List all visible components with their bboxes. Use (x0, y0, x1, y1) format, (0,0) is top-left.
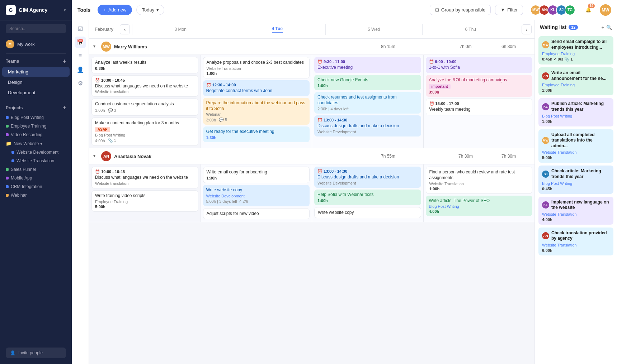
task-card[interactable]: Prepare the information about the webina… (203, 98, 310, 125)
task-title: Write article: The Power of SEO (429, 198, 529, 204)
wl-task-title: Check article: Marketing trends this yea… (551, 168, 610, 179)
task-card[interactable]: ⏰ 12:30 - 14:00 Negotiate contract terms… (203, 80, 310, 96)
day-name-thu: 6 Thu (465, 27, 476, 32)
task-card[interactable]: Write website copy Website Development 5… (203, 185, 310, 206)
sidebar-logo[interactable]: G GIM Agency ▾ (0, 0, 72, 20)
prev-week-button[interactable]: ‹ (120, 24, 130, 34)
sidebar-project-websitedev[interactable]: Website Development (0, 148, 72, 157)
day-col-mon: 3 Mon (132, 24, 229, 35)
search-waiting-icon[interactable]: 🔍 (606, 25, 612, 30)
task-title: Analyze proposals and choose 2-3 best ca… (207, 60, 306, 66)
person-icon[interactable]: 👤 (75, 64, 86, 75)
day-col-anastasia-tue: Write email copy for onboarding 1:30h Wr… (201, 164, 312, 222)
task-card[interactable]: Make a content marketing plan for 3 mont… (91, 118, 198, 146)
wl-card[interactable]: KL Publish article: Marketing trends thi… (538, 98, 613, 126)
wl-avatar: AN (542, 72, 549, 80)
calendar-icon[interactable]: 📅 (75, 37, 86, 48)
sidebar-item-development[interactable]: Development (2, 88, 70, 97)
sidebar: G GIM Agency ▾ M My work Teams + Marketi… (0, 0, 72, 364)
sidebar-project-webinar[interactable]: Webinar (0, 191, 72, 200)
task-card[interactable]: Write email copy for onboarding 1:30h (203, 167, 310, 183)
gear-icon[interactable]: ⚙ (75, 77, 86, 89)
search-input[interactable] (6, 24, 66, 33)
sidebar-item-label: Development (8, 90, 36, 95)
task-card[interactable]: Write article: The Power of SEO Blog Pos… (426, 196, 533, 216)
person-toggle-marry[interactable]: ▾ (93, 44, 99, 49)
day-name-tue: 4 Tue (272, 26, 283, 33)
task-title: Weekly team meeting (429, 107, 529, 112)
task-card[interactable]: Find a person who could review and rate … (426, 167, 533, 193)
invite-people-button[interactable]: 👤 Invite people (6, 348, 66, 358)
check-icon[interactable]: ☑ (75, 23, 86, 34)
task-card[interactable]: Help Sofia with Webinar texts 1:00h (314, 190, 421, 205)
task-card[interactable]: Conduct customer segmentation analysis 3… (91, 99, 198, 116)
task-card[interactable]: Analyze last week's results 0:30h (91, 57, 198, 73)
today-chevron: ▾ (156, 7, 159, 13)
wl-card[interactable]: KL Implement new language on the website… (538, 197, 613, 225)
task-card[interactable]: Check new Google Events 1:00h (314, 75, 421, 91)
sidebar-project-websitetranslation[interactable]: Website Translation (0, 157, 72, 165)
task-card[interactable]: ⏰ 13:00 - 14:30 Discuss design drafts an… (314, 167, 421, 188)
sidebar-project-newwebsite[interactable]: 📁 New Website ▾ (0, 139, 72, 148)
task-card[interactable]: ⏰ 9:00 - 10:00 1-to-1 with Sofia (426, 57, 533, 73)
notifications-button[interactable]: 🔔 14 (583, 4, 594, 16)
task-card[interactable]: ⏰ 10:00 - 10:45 Discuss what languages w… (91, 167, 198, 188)
sidebar-project-crm[interactable]: CRM Integration (0, 182, 72, 191)
task-card[interactable]: Adjust scripts for new video (203, 208, 310, 220)
user-avatar-button[interactable]: MW (600, 4, 611, 16)
task-card[interactable]: ⏰ 13:00 - 14:30 Discuss design drafts an… (314, 115, 421, 136)
sidebar-item-marketing[interactable]: Marketing (2, 67, 70, 77)
filter-button[interactable]: ▼ Filter (495, 5, 523, 15)
today-button[interactable]: Today ▾ (136, 5, 164, 15)
project-name: Blog Post Writing (11, 115, 44, 120)
projects-add-icon[interactable]: + (63, 105, 66, 111)
task-duration: 0:30h (95, 66, 195, 71)
next-week-button[interactable]: › (522, 24, 532, 34)
avatar-5[interactable]: TG (565, 5, 575, 15)
task-title: Write training video scripts (95, 193, 195, 199)
wl-card[interactable]: AN Write an email announcement for the n… (538, 67, 613, 95)
sidebar-project-blogpost[interactable]: Blog Post Writing (0, 113, 72, 122)
task-card[interactable]: Write training video scripts Employee Tr… (91, 190, 198, 212)
task-time: ⏰ 16:00 - 17:00 (429, 101, 529, 106)
sidebar-item-design[interactable]: Design (2, 77, 70, 87)
list-icon[interactable]: ≡ (75, 50, 86, 62)
sidebar-project-videorecording[interactable]: Video Recording (0, 130, 72, 139)
task-card[interactable]: Check resumes and test assigments from c… (314, 92, 421, 114)
teams-header[interactable]: Teams + (6, 58, 66, 64)
task-duration: 1:00h (429, 187, 529, 191)
person-toggle-anastasia[interactable]: ▾ (93, 153, 99, 159)
add-icon: + (103, 7, 106, 13)
task-card[interactable]: Analyze proposals and choose 2-3 best ca… (203, 57, 310, 78)
add-waiting-icon[interactable]: + (601, 25, 604, 30)
task-title: Analyze last week's results (95, 60, 195, 66)
task-time: ⏰ 13:00 - 14:30 (317, 169, 418, 174)
group-by-button[interactable]: ⊞ Group by responsible (430, 5, 491, 15)
task-card[interactable]: ⏰ 10:00 - 10:45 Discuss what languages w… (91, 75, 198, 97)
task-card[interactable]: ⏰ 9:30 - 11:00 Executive meeting (314, 57, 421, 73)
wl-card[interactable]: AN Check translation provided by agency … (538, 227, 613, 255)
sidebar-project-employeetraining[interactable]: Employee Training (0, 122, 72, 130)
task-card[interactable]: Get ready for the executive meeting 1:30… (203, 126, 310, 142)
project-dot (6, 116, 9, 119)
waiting-list-count: 12 (569, 25, 578, 30)
wl-card[interactable]: MW Send email campaign to all employees … (538, 36, 613, 64)
task-card[interactable]: ⏰ 16:00 - 17:00 Weekly team meeting (426, 99, 533, 115)
company-name: GIM Agency (19, 7, 47, 13)
task-card[interactable]: Analyze the ROI of marketing campaigns i… (426, 75, 533, 97)
wl-card[interactable]: MW Upload all completed translations int… (538, 129, 613, 163)
waiting-list-title: Waiting list (540, 24, 566, 30)
task-card[interactable]: Write website copy (314, 207, 421, 219)
sidebar-project-mobileapp[interactable]: Mobile App (0, 174, 72, 182)
projects-label: Projects (6, 105, 23, 110)
project-name: New Website ▾ (14, 141, 42, 146)
teams-add-icon[interactable]: + (63, 58, 66, 64)
my-work-item[interactable]: M My work (0, 37, 72, 51)
projects-header[interactable]: Projects + (6, 105, 66, 111)
wl-avatar: KL (542, 103, 549, 110)
wl-card[interactable]: SJ Check article: Marketing trends this … (538, 166, 613, 193)
calendar-main: February ‹ 3 Mon 4 Tue 5 Wed 6 Thu (89, 20, 534, 364)
sidebar-project-salesfunnel[interactable]: Sales Funnel (0, 165, 72, 174)
add-new-button[interactable]: + Add new (98, 5, 132, 15)
task-duration: 1:30h (207, 176, 306, 180)
